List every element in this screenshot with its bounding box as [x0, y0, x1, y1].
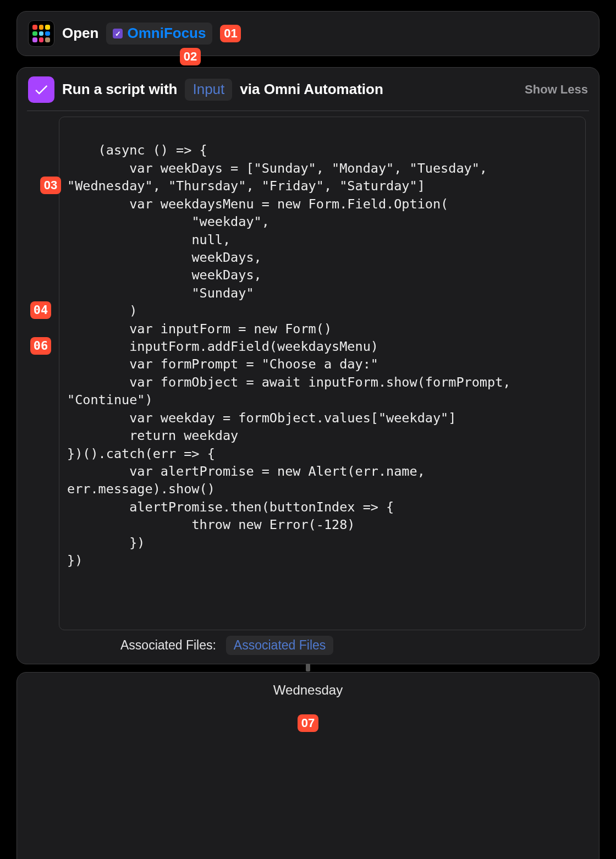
result-text: Wednesday	[28, 682, 588, 698]
run-script-header: Run a script with Input via Omni Automat…	[28, 76, 588, 103]
result-card: Wednesday 07	[16, 672, 600, 859]
annotation-badge-03: 03	[40, 177, 61, 194]
script-code-text: (async () => { var weekDays = ["Sunday",…	[67, 142, 519, 568]
annotation-badge-04: 04	[30, 301, 51, 319]
open-app-action-card[interactable]: Open ✓ OmniFocus 01	[16, 11, 600, 56]
script-code-editor[interactable]: (async () => { var weekDays = ["Sunday",…	[59, 117, 586, 630]
open-app-token[interactable]: ✓ OmniFocus	[106, 23, 212, 44]
open-verb: Open	[62, 25, 98, 42]
script-input-token[interactable]: Input	[185, 79, 232, 100]
associated-files-row: Associated Files: Associated Files	[59, 636, 588, 655]
associated-files-token[interactable]: Associated Files	[226, 636, 333, 655]
script-title-prefix: Run a script with	[62, 81, 177, 98]
script-title-suffix: via Omni Automation	[240, 81, 383, 98]
annotation-badge-06: 06	[30, 337, 51, 355]
run-script-action-card[interactable]: 02 Run a script with Input via Omni Auto…	[16, 67, 600, 664]
open-app-header: Open ✓ OmniFocus 01	[28, 20, 588, 47]
checkmark-icon: ✓	[113, 29, 123, 38]
open-app-name: OmniFocus	[127, 25, 206, 42]
annotation-badge-01: 01	[220, 25, 241, 42]
show-less-button[interactable]: Show Less	[525, 82, 588, 97]
annotation-badge-07: 07	[298, 714, 318, 732]
annotation-badge-02: 02	[180, 48, 201, 65]
app-launcher-icon	[28, 20, 54, 47]
header-divider	[27, 111, 589, 111]
omni-automation-icon	[28, 76, 54, 103]
associated-files-label: Associated Files:	[59, 638, 216, 653]
flow-connector	[306, 664, 310, 671]
